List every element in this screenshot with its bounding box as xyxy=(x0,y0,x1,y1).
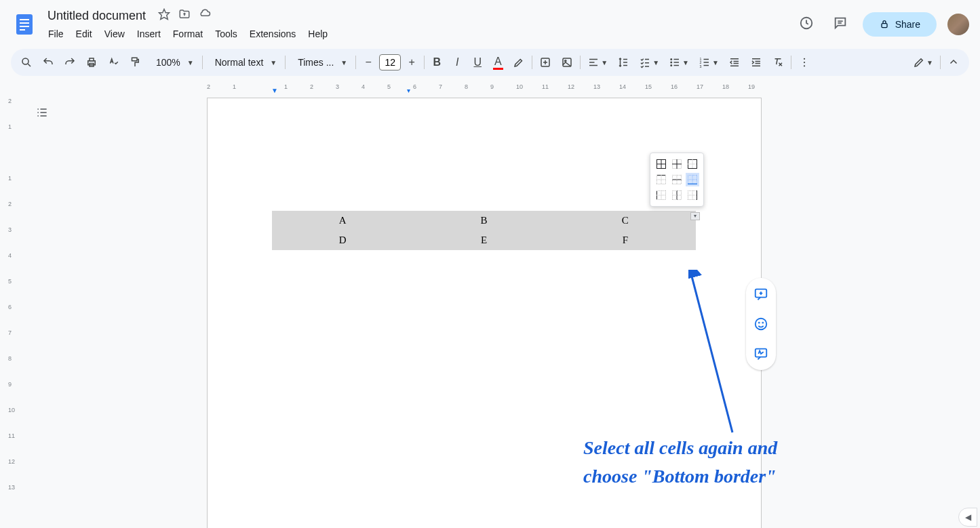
menu-extensions[interactable]: Extensions xyxy=(245,26,300,42)
border-inner[interactable] xyxy=(670,157,684,171)
table-row[interactable]: D E F xyxy=(272,230,696,250)
menu-insert[interactable]: Insert xyxy=(132,26,165,42)
svg-rect-0 xyxy=(16,14,33,35)
table-cell[interactable]: E xyxy=(413,230,554,250)
docs-logo[interactable] xyxy=(11,11,38,38)
italic-icon[interactable]: I xyxy=(448,53,467,72)
bullet-list-icon[interactable]: ▼ xyxy=(665,53,693,72)
toolbar: 100%▼ Normal text▼ Times ...▼ − + B I U … xyxy=(11,49,969,76)
insert-image-icon[interactable] xyxy=(557,53,577,72)
search-icon[interactable] xyxy=(16,53,37,72)
svg-point-18 xyxy=(565,60,566,62)
share-button[interactable]: Share xyxy=(863,12,937,37)
table-cell[interactable]: C xyxy=(555,211,696,230)
editor-area: 2112345678910111213141516171819 ▼ ▾ 2112… xyxy=(0,81,980,528)
border-bottom[interactable] xyxy=(686,173,699,186)
print-icon[interactable] xyxy=(81,53,102,72)
table-cell[interactable]: B xyxy=(413,211,554,230)
highlight-icon[interactable] xyxy=(509,53,529,72)
menu-file[interactable]: File xyxy=(43,26,68,42)
border-vertical[interactable] xyxy=(670,188,684,202)
svg-rect-3 xyxy=(20,26,29,27)
svg-text:3: 3 xyxy=(699,64,701,68)
table-cell[interactable]: F xyxy=(555,230,696,250)
svg-rect-2 xyxy=(20,22,29,24)
more-icon[interactable] xyxy=(794,53,815,72)
menu-edit[interactable]: Edit xyxy=(71,26,97,42)
checklist-icon[interactable]: ▼ xyxy=(635,53,663,72)
star-icon[interactable] xyxy=(158,8,170,23)
svg-point-109 xyxy=(762,323,763,323)
border-horizontal[interactable] xyxy=(670,173,684,186)
horizontal-ruler[interactable]: 2112345678910111213141516171819 ▼ ▾ xyxy=(207,81,763,95)
header-right: Share xyxy=(795,12,969,37)
svg-marker-5 xyxy=(159,9,170,20)
svg-line-11 xyxy=(28,64,31,66)
clear-formatting-icon[interactable] xyxy=(768,53,788,72)
document-table[interactable]: A B C D E F xyxy=(272,211,696,250)
border-left[interactable] xyxy=(654,188,668,202)
table-cell[interactable]: D xyxy=(272,230,413,250)
spellcheck-icon[interactable] xyxy=(103,53,123,72)
menu-tools[interactable]: Tools xyxy=(210,26,242,42)
add-emoji-icon[interactable] xyxy=(750,313,772,335)
suggest-edit-icon[interactable] xyxy=(750,343,772,365)
menu-view[interactable]: View xyxy=(100,26,130,42)
font-dropdown[interactable]: Times ...▼ xyxy=(288,54,353,70)
menu-format[interactable]: Format xyxy=(168,26,208,42)
table-row[interactable]: A B C xyxy=(272,211,696,230)
move-icon[interactable] xyxy=(178,8,191,23)
history-icon[interactable] xyxy=(795,12,818,37)
font-size-input[interactable] xyxy=(379,54,401,70)
side-action-panel xyxy=(746,278,776,370)
svg-point-10 xyxy=(22,58,28,64)
document-title[interactable]: Untitled document xyxy=(43,7,150,24)
table-cell[interactable]: A xyxy=(272,211,413,230)
font-size-decrease[interactable]: − xyxy=(359,53,378,72)
underline-icon[interactable]: U xyxy=(468,53,487,72)
outline-icon[interactable] xyxy=(30,100,54,127)
svg-point-107 xyxy=(756,319,767,330)
vertical-ruler[interactable]: 2112345678910111213 xyxy=(5,98,19,528)
share-label: Share xyxy=(895,19,920,30)
align-icon[interactable]: ▼ xyxy=(583,53,612,72)
collapse-icon[interactable] xyxy=(943,53,964,72)
svg-point-28 xyxy=(671,59,672,60)
insert-link-icon[interactable] xyxy=(535,53,555,72)
svg-point-108 xyxy=(759,323,760,323)
zoom-dropdown[interactable]: 100%▼ xyxy=(146,54,199,70)
line-spacing-icon[interactable] xyxy=(613,53,633,72)
explore-button[interactable]: ◀ xyxy=(958,508,977,527)
paint-format-icon[interactable] xyxy=(125,53,145,72)
cloud-icon[interactable] xyxy=(199,8,211,23)
table-options-button[interactable]: ▾ xyxy=(690,212,700,220)
undo-icon[interactable] xyxy=(38,53,58,72)
svg-rect-1 xyxy=(20,19,29,20)
style-dropdown[interactable]: Normal text▼ xyxy=(205,54,282,70)
indent-increase-icon[interactable] xyxy=(746,53,766,72)
border-all[interactable] xyxy=(654,157,668,171)
numbered-list-icon[interactable]: 123▼ xyxy=(694,53,723,72)
svg-point-52 xyxy=(804,65,805,66)
border-selection-menu xyxy=(650,153,704,207)
svg-rect-15 xyxy=(132,58,138,61)
font-size-increase[interactable]: + xyxy=(402,53,421,72)
add-comment-icon[interactable] xyxy=(750,283,772,305)
menu-help[interactable]: Help xyxy=(303,26,332,42)
editing-mode-icon[interactable]: ▼ xyxy=(909,53,937,72)
svg-rect-4 xyxy=(20,29,25,31)
user-avatar[interactable] xyxy=(947,14,969,35)
svg-rect-9 xyxy=(882,24,887,28)
svg-point-30 xyxy=(671,65,672,66)
border-outer[interactable] xyxy=(686,157,699,171)
border-right[interactable] xyxy=(686,188,699,202)
title-area: Untitled document File Edit View Insert … xyxy=(43,7,795,42)
redo-icon[interactable] xyxy=(60,53,80,72)
bold-icon[interactable]: B xyxy=(427,53,446,72)
text-color-icon[interactable]: A xyxy=(488,53,507,72)
document-page[interactable]: A B C D E F ▾ xyxy=(207,98,762,528)
menubar: File Edit View Insert Format Tools Exten… xyxy=(43,26,795,42)
indent-decrease-icon[interactable] xyxy=(724,53,745,72)
border-top[interactable] xyxy=(654,173,668,186)
comments-icon[interactable] xyxy=(829,12,852,37)
